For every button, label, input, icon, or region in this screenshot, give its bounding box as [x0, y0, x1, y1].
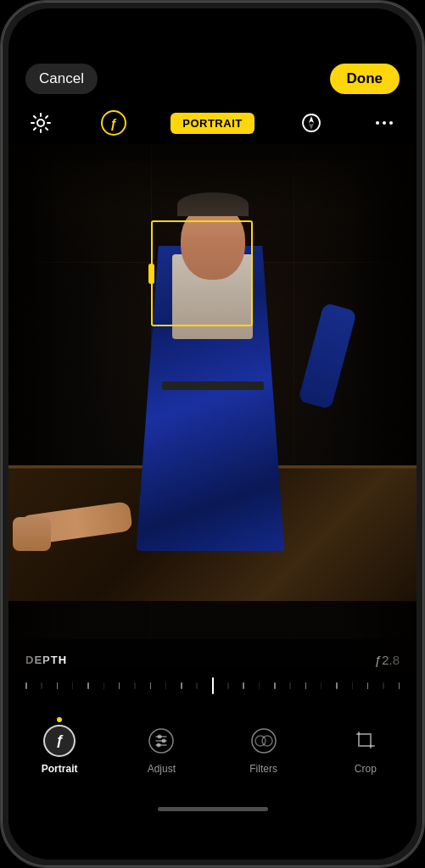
- home-indicator: [158, 807, 268, 811]
- cancel-button[interactable]: Cancel: [25, 64, 98, 94]
- tab-adjust-label: Adjust: [148, 763, 176, 775]
- filters-icon-wrap: [247, 724, 281, 758]
- tab-filters-label: Filters: [249, 763, 277, 775]
- tab-adjust[interactable]: Adjust: [131, 724, 191, 775]
- tab-crop[interactable]: Crop: [336, 724, 395, 775]
- face-box-indicator-left: [148, 264, 154, 284]
- portrait-badge[interactable]: PORTRAIT: [171, 113, 254, 134]
- hand-left: [13, 517, 51, 551]
- svg-point-0: [37, 120, 44, 126]
- svg-point-11: [162, 739, 166, 743]
- tab-filters[interactable]: Filters: [234, 724, 294, 775]
- tab-portrait[interactable]: ƒ Portrait: [30, 724, 89, 775]
- arm-right: [298, 303, 357, 409]
- svg-marker-3: [309, 123, 314, 130]
- hair: [177, 192, 249, 216]
- more-options-icon[interactable]: [369, 108, 400, 138]
- phone-inner: Cancel Done ƒ PORTRAIT: [8, 8, 417, 860]
- crop-icon: [352, 727, 379, 754]
- portrait-icon: ƒ: [43, 725, 75, 757]
- dynamic-island: [162, 19, 264, 46]
- toolbar-tabs: ƒ Portrait: [8, 715, 417, 800]
- adjust-icon: [148, 727, 175, 754]
- belt: [162, 381, 264, 390]
- gear-icon[interactable]: [25, 108, 56, 138]
- svg-point-9: [158, 735, 162, 739]
- tab-crop-label: Crop: [355, 763, 377, 775]
- face-detection-box[interactable]: [151, 220, 253, 326]
- filters-icon: [250, 727, 277, 754]
- svg-point-4: [376, 121, 379, 125]
- tab-portrait-label: Portrait: [42, 763, 78, 775]
- svg-point-5: [383, 121, 386, 125]
- photo-area: [8, 144, 417, 670]
- depth-slider-track[interactable]: [25, 677, 400, 694]
- portrait-icon-wrap: ƒ: [42, 724, 76, 758]
- crop-icon-wrap: [349, 724, 383, 758]
- svg-marker-2: [309, 116, 314, 123]
- flash-icon[interactable]: ƒ: [98, 108, 129, 138]
- slider-indicator: [212, 677, 214, 694]
- depth-info-row: DEPTH ƒ2.8: [25, 653, 400, 667]
- done-button[interactable]: Done: [330, 64, 400, 94]
- svg-point-16: [262, 736, 272, 746]
- navigation-icon[interactable]: [296, 108, 327, 138]
- active-indicator-dot: [57, 717, 62, 722]
- phone-frame: Cancel Done ƒ PORTRAIT: [0, 0, 425, 868]
- top-bar: Cancel Done: [8, 55, 417, 102]
- adjust-icon-wrap: [144, 724, 178, 758]
- bottom-toolbar: ƒ Portrait: [8, 715, 417, 834]
- photo-background: [8, 144, 417, 670]
- svg-point-13: [157, 743, 161, 748]
- tools-bar: ƒ PORTRAIT: [8, 102, 417, 144]
- svg-point-6: [389, 121, 393, 125]
